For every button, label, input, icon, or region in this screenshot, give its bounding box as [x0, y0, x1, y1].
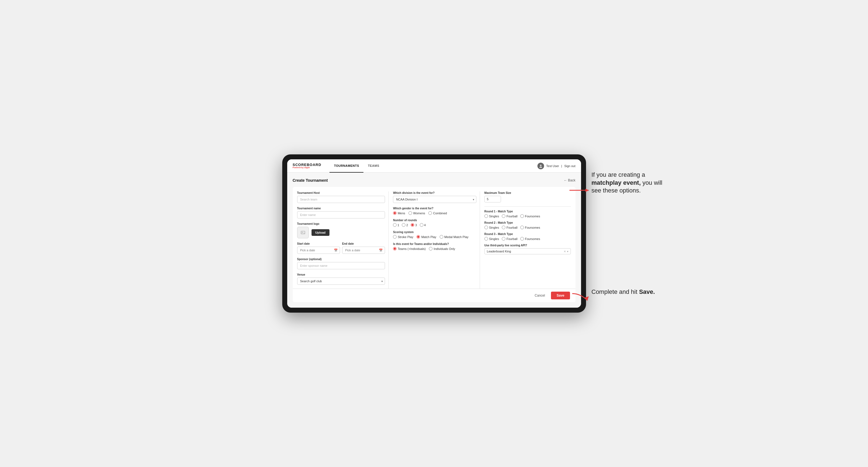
round2-radios: Singles Fourball Foursomes — [485, 226, 571, 229]
form-footer: Cancel Save — [293, 289, 576, 302]
scoring-match[interactable]: Match Play — [416, 235, 436, 239]
gender-section: Which gender is the event for? Mens Wome… — [393, 207, 476, 215]
round3-match-type: Round 3 - Match Type Singles Fourball — [485, 232, 571, 241]
page-header: Create Tournament ← Back — [293, 178, 576, 183]
tournament-name-section: Tournament name — [297, 207, 385, 218]
venue-select[interactable]: Search golf club — [297, 278, 385, 285]
annotation-top-right: If you are creating a matchplay event, y… — [592, 171, 663, 195]
scoring-label: Scoring system — [393, 230, 476, 234]
rounds-section: Number of rounds 1 2 — [393, 219, 476, 227]
end-date-input[interactable] — [342, 247, 385, 254]
division-select[interactable]: NCAA Division I — [393, 196, 476, 203]
gender-mens[interactable]: Mens — [393, 211, 405, 215]
round1-match-type: Round 1 - Match Type Singles Fourball — [485, 210, 571, 218]
r2-foursomes[interactable]: Foursomes — [520, 226, 540, 229]
brand-powered: Powered by clippit — [293, 166, 321, 169]
page-title: Create Tournament — [293, 178, 328, 183]
save-button[interactable]: Save — [551, 292, 570, 299]
gender-label: Which gender is the event for? — [393, 207, 476, 210]
round3-label: Round 3 - Match Type — [485, 232, 571, 236]
start-date-input[interactable] — [297, 247, 340, 254]
round-1[interactable]: 1 — [393, 223, 399, 227]
round1-label: Round 1 - Match Type — [485, 210, 571, 213]
r3-foursomes[interactable]: Foursomes — [520, 237, 540, 241]
scoring-stroke[interactable]: Stroke Play — [393, 235, 413, 239]
r1-singles[interactable]: Singles — [485, 214, 499, 218]
division-select-wrapper: NCAA Division I — [393, 196, 476, 203]
end-date-wrapper: 📅 — [342, 247, 385, 254]
svg-point-0 — [540, 165, 541, 166]
scoring-medal[interactable]: Medal Match Play — [440, 235, 468, 239]
signout-link[interactable]: Sign out — [564, 164, 575, 168]
division-section: Which division is the event for? NCAA Di… — [393, 191, 476, 203]
calendar-icon: 📅 — [334, 249, 338, 252]
brand-logo: SCOREBOARD Powered by clippit — [293, 163, 321, 169]
navbar: SCOREBOARD Powered by clippit TOURNAMENT… — [287, 159, 581, 173]
svg-point-1 — [539, 166, 542, 168]
max-team-size-section: Maximum Team Size — [485, 191, 571, 203]
tablet-screen: SCOREBOARD Powered by clippit TOURNAMENT… — [287, 159, 581, 308]
brand-name: SCOREBOARD — [293, 163, 321, 166]
sponsor-input[interactable] — [297, 262, 385, 269]
scoring-radio-group: Stroke Play Match Play Medal Match Play — [393, 235, 476, 239]
individuals-option[interactable]: Individuals Only — [429, 247, 455, 250]
user-name: Test User — [546, 164, 559, 168]
team-event-radio-group: Teams (+Individuals) Individuals Only — [393, 247, 476, 250]
r2-fourball[interactable]: Fourball — [502, 226, 518, 229]
gender-womens[interactable]: Womens — [408, 211, 425, 215]
svg-rect-2 — [301, 231, 305, 234]
third-party-clear[interactable]: ✕ — [564, 250, 566, 253]
third-party-select[interactable]: Leaderboard King ✕ ▾ — [485, 248, 571, 254]
separator: | — [561, 164, 562, 168]
third-party-value: Leaderboard King — [487, 250, 511, 253]
logo-placeholder — [297, 227, 309, 238]
svg-marker-4 — [586, 189, 589, 192]
third-party-label: Use third-party live scoring API? — [485, 244, 571, 247]
sponsor-label: Sponsor (optional) — [297, 258, 385, 261]
logo-upload-row: Upload — [297, 227, 385, 238]
round-4[interactable]: 4 — [420, 223, 426, 227]
tournament-host-label: Tournament Host — [297, 191, 385, 194]
form-right-col: Maximum Team Size Round 1 - Match Type S… — [480, 191, 571, 289]
r2-singles[interactable]: Singles — [485, 226, 499, 229]
start-date-wrapper: 📅 — [297, 247, 340, 254]
round1-radios: Singles Fourball Foursomes — [485, 214, 571, 218]
r1-fourball[interactable]: Fourball — [502, 214, 518, 218]
start-date-label: Start date — [297, 242, 340, 245]
round2-label: Round 2 - Match Type — [485, 221, 571, 224]
division-label: Which division is the event for? — [393, 191, 476, 194]
r3-singles[interactable]: Singles — [485, 237, 499, 241]
start-date-section: Start date 📅 — [297, 242, 340, 254]
form-left-col: Tournament Host Tournament name Tourname… — [297, 191, 389, 289]
tablet-frame: SCOREBOARD Powered by clippit TOURNAMENT… — [282, 154, 586, 313]
rounds-radio-group: 1 2 3 — [393, 223, 476, 227]
nav-tabs: TOURNAMENTS TEAMS — [330, 159, 537, 173]
tab-teams[interactable]: TEAMS — [364, 159, 383, 173]
round2-match-type: Round 2 - Match Type Singles Fourball — [485, 221, 571, 229]
tournament-name-input[interactable] — [297, 211, 385, 218]
avatar — [537, 163, 544, 169]
round-2[interactable]: 2 — [402, 223, 408, 227]
calendar-icon-end: 📅 — [379, 249, 383, 252]
form-middle-col: Which division is the event for? NCAA Di… — [388, 191, 480, 289]
rounds-label: Number of rounds — [393, 219, 476, 222]
r1-foursomes[interactable]: Foursomes — [520, 214, 540, 218]
team-event-section: Is this event for Teams and/or Individua… — [393, 243, 476, 250]
tournament-host-input[interactable] — [297, 196, 385, 203]
gender-combined[interactable]: Combined — [428, 211, 447, 215]
third-party-section: Use third-party live scoring API? Leader… — [485, 244, 571, 254]
venue-select-wrapper: Search golf club — [297, 278, 385, 285]
r3-fourball[interactable]: Fourball — [502, 237, 518, 241]
max-team-size-label: Maximum Team Size — [485, 191, 571, 194]
tab-tournaments[interactable]: TOURNAMENTS — [330, 159, 364, 173]
max-team-size-input[interactable] — [485, 196, 501, 203]
tournament-host-section: Tournament Host — [297, 191, 385, 203]
tournament-name-label: Tournament name — [297, 207, 385, 210]
teams-option[interactable]: Teams (+Individuals) — [393, 247, 426, 250]
page-content: Create Tournament ← Back Tournament Host — [287, 173, 581, 308]
cancel-button[interactable]: Cancel — [531, 292, 548, 299]
round-3[interactable]: 3 — [411, 223, 417, 227]
gender-radio-group: Mens Womens Combined — [393, 211, 476, 215]
upload-button[interactable]: Upload — [312, 229, 330, 236]
back-button[interactable]: ← Back — [564, 178, 575, 182]
